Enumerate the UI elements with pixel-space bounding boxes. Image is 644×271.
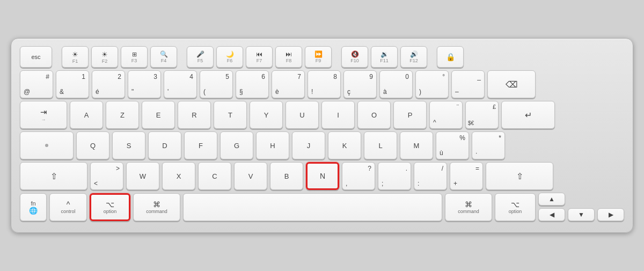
- key-p[interactable]: P: [393, 101, 427, 129]
- key-esc[interactable]: esc: [20, 46, 52, 68]
- key-arrow-down[interactable]: ▼: [568, 208, 595, 221]
- key-option-right[interactable]: ⌥ option: [495, 193, 536, 221]
- key-b[interactable]: B: [270, 162, 303, 190]
- key-4[interactable]: 4 ': [164, 70, 197, 98]
- key-8[interactable]: 8 !: [308, 70, 341, 98]
- esc-label: esc: [31, 54, 40, 60]
- key-slash[interactable]: / :: [414, 162, 447, 190]
- key-caret[interactable]: ¨ ^: [429, 101, 463, 129]
- key-arrow-up[interactable]: ▲: [538, 193, 565, 206]
- key-5[interactable]: 5 (: [200, 70, 233, 98]
- key-f2[interactable]: ☀ F2: [91, 46, 118, 68]
- key-gt-lt[interactable]: > <: [90, 162, 123, 190]
- key-f4[interactable]: 🔍 F4: [150, 46, 177, 68]
- key-ast-top: *: [499, 134, 501, 142]
- key-u[interactable]: U: [286, 101, 319, 129]
- key-f9[interactable]: ⏩ F9: [305, 46, 332, 68]
- f4-label: F4: [161, 58, 167, 63]
- key-dollar[interactable]: £ $€: [465, 101, 499, 129]
- key-caps-lock[interactable]: [20, 131, 74, 159]
- key-n[interactable]: N: [306, 162, 339, 190]
- key-k[interactable]: K: [328, 131, 361, 159]
- key-9[interactable]: 9 ç: [343, 70, 377, 98]
- key-f6[interactable]: 🌙 F6: [216, 46, 243, 68]
- fn-row: esc ☀ F1 ☀ F2 ⊞ F3 🔍 F4 🎤: [20, 46, 624, 68]
- key-8-top: 8: [333, 73, 337, 80]
- key-enter[interactable]: ↵: [501, 101, 555, 129]
- key-6-top: 6: [261, 73, 265, 80]
- key-f5[interactable]: 🎤 F5: [187, 46, 214, 68]
- key-backspace[interactable]: ⌫: [487, 70, 536, 98]
- key-dollar-bot: $€: [468, 120, 474, 126]
- f11-label: F11: [380, 58, 389, 63]
- key-f10[interactable]: 🔇 F10: [341, 46, 368, 68]
- key-h[interactable]: H: [256, 131, 289, 159]
- key-o[interactable]: O: [357, 101, 391, 129]
- key-m[interactable]: M: [400, 131, 433, 159]
- key-command-left[interactable]: ⌘ command: [133, 193, 180, 221]
- key-f[interactable]: F: [184, 131, 217, 159]
- f9-label: F9: [316, 58, 321, 63]
- key-tab[interactable]: ⇥ →: [20, 101, 67, 129]
- key-s[interactable]: S: [112, 131, 145, 159]
- key-f3[interactable]: ⊞ F3: [121, 46, 148, 68]
- key-6[interactable]: 6 §: [236, 70, 269, 98]
- key-y[interactable]: Y: [250, 101, 283, 129]
- f8-icon: ⏭: [286, 50, 292, 58]
- key-5-top: 5: [225, 73, 229, 80]
- key-question[interactable]: ? ,: [342, 162, 375, 190]
- key-z[interactable]: Z: [106, 101, 139, 129]
- key-f8[interactable]: ⏭ F8: [275, 46, 302, 68]
- key-0[interactable]: 0 à: [379, 70, 413, 98]
- key-f7[interactable]: ⏮ F7: [246, 46, 273, 68]
- key-ast-bot: ·: [475, 149, 477, 157]
- key-right-shift[interactable]: ⇧: [486, 162, 553, 190]
- key-2-bot: é: [96, 88, 99, 96]
- key-command-right[interactable]: ⌘ command: [445, 193, 492, 221]
- key-hash-at[interactable]: # @: [20, 70, 53, 98]
- key-left-shift[interactable]: ⇧: [20, 162, 87, 190]
- key-1[interactable]: 1 &: [56, 70, 89, 98]
- key-6-bot: §: [239, 88, 243, 96]
- key-7-bot: è: [275, 88, 279, 96]
- key-lock[interactable]: 🔒: [437, 46, 464, 68]
- key-x[interactable]: X: [162, 162, 195, 190]
- key-g[interactable]: G: [220, 131, 253, 159]
- home-row: Q S D F G H J K L M % ù * ·: [20, 131, 624, 159]
- key-a[interactable]: A: [70, 101, 103, 129]
- key-w[interactable]: W: [126, 162, 159, 190]
- key-e[interactable]: E: [142, 101, 175, 129]
- key-q[interactable]: Q: [76, 131, 109, 159]
- key-percent[interactable]: % ù: [436, 131, 469, 159]
- key-v[interactable]: V: [234, 162, 267, 190]
- key-3[interactable]: 3 ": [128, 70, 161, 98]
- key-option-left[interactable]: ⌥ option: [90, 193, 130, 221]
- f9-icon: ⏩: [314, 50, 323, 58]
- lock-icon: 🔒: [446, 53, 455, 61]
- key-period[interactable]: . ;: [378, 162, 411, 190]
- key-d[interactable]: D: [148, 131, 181, 159]
- key-percent-bot: ù: [440, 149, 443, 157]
- key-c[interactable]: C: [198, 162, 231, 190]
- key-arrow-left[interactable]: ◀: [538, 208, 565, 221]
- key-r[interactable]: R: [178, 101, 211, 129]
- key-p-top: .: [406, 165, 407, 172]
- key-j[interactable]: J: [292, 131, 325, 159]
- key-l[interactable]: L: [364, 131, 397, 159]
- key-equals[interactable]: = +: [450, 162, 483, 190]
- key-control[interactable]: ^ control: [49, 193, 87, 221]
- key-f11[interactable]: 🔉 F11: [371, 46, 398, 68]
- f12-icon: 🔊: [410, 50, 418, 58]
- key-f12[interactable]: 🔊 F12: [400, 46, 427, 68]
- key-2[interactable]: 2 é: [92, 70, 125, 98]
- key-arrow-right[interactable]: ▶: [597, 208, 624, 221]
- key-underscore[interactable]: _ –: [451, 70, 485, 98]
- key-degree[interactable]: ° ): [415, 70, 449, 98]
- key-fn[interactable]: fn 🌐: [20, 193, 47, 221]
- key-7[interactable]: 7 è: [272, 70, 305, 98]
- key-i[interactable]: I: [321, 101, 355, 129]
- key-f1[interactable]: ☀ F1: [62, 46, 89, 68]
- key-asterisk[interactable]: * ·: [472, 131, 505, 159]
- key-space[interactable]: [183, 193, 442, 221]
- key-t[interactable]: T: [214, 101, 247, 129]
